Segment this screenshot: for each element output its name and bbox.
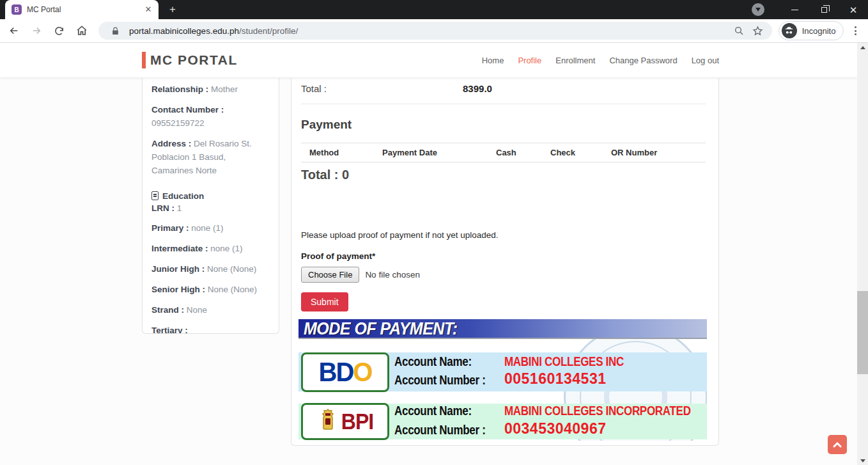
field-value: None (None) xyxy=(208,285,257,294)
field-value: 09552159722 xyxy=(151,118,205,128)
column-method: Method xyxy=(309,148,382,157)
incognito-label: Incognito xyxy=(802,26,836,36)
field-value: 1 xyxy=(177,203,182,213)
field-label: Address : xyxy=(151,139,191,148)
site-logo[interactable]: MC PORTAL xyxy=(142,52,238,68)
field-junior-high: Junior High : None (None) xyxy=(151,263,270,276)
payment-table-header: Method Payment Date Cash Check OR Number xyxy=(301,143,706,162)
nav-link-change-password[interactable]: Change Password xyxy=(609,56,677,65)
bpi-account-number: 003453040967 xyxy=(504,419,607,439)
logo-text: MC PORTAL xyxy=(150,52,238,68)
column-check: Check xyxy=(550,148,611,157)
bdo-account-number: 005160134531 xyxy=(504,369,607,389)
field-senior-high: Senior High : None (None) xyxy=(151,283,270,297)
column-cash: Cash xyxy=(496,148,550,157)
account-number-label: Account Number : xyxy=(394,422,504,439)
submit-button[interactable]: Submit xyxy=(301,292,348,311)
minimize-button[interactable] xyxy=(780,0,809,19)
field-label: Tertiary : xyxy=(151,326,188,334)
payment-main-card: Total : 8399.0 Payment Method Payment Da… xyxy=(291,78,719,446)
account-number-label: Account Number : xyxy=(394,373,504,390)
field-lrn: LRN : 1 xyxy=(151,202,270,216)
url-host: portal.mabinicolleges.edu.ph xyxy=(129,26,239,36)
field-value: none (1) xyxy=(210,244,242,253)
close-button[interactable]: ✕ xyxy=(839,0,868,19)
nav-link-home[interactable]: Home xyxy=(482,56,504,65)
bdo-account-name: MABINI COLLEGES INC xyxy=(504,354,624,370)
address-bar[interactable]: portal.mabinicolleges.edu.ph/student/pro… xyxy=(98,22,772,40)
no-file-chosen-text: No file chosen xyxy=(365,270,420,280)
field-value: None (None) xyxy=(207,264,256,274)
refresh-icon[interactable] xyxy=(50,22,68,40)
field-strand: Strand : None xyxy=(151,304,270,317)
field-relationship: Relationship : Mother xyxy=(151,83,270,97)
profile-sidebar-card: Relationship : Mother Contact Number : 0… xyxy=(142,78,279,334)
browser-tab[interactable]: B MC Portal ✕ xyxy=(5,0,159,19)
browser-menu-icon[interactable] xyxy=(848,23,863,38)
site-header: MC PORTAL Home Profile Enrollment Change… xyxy=(0,43,857,78)
bpi-account-name: MABINI COLLEGES INCORPORATED xyxy=(504,403,691,420)
field-label: LRN : xyxy=(151,203,174,213)
field-intermediate: Intermediate : none (1) xyxy=(151,242,270,256)
chevron-up-icon xyxy=(833,439,842,450)
incognito-badge: Incognito xyxy=(779,21,844,40)
logo-accent-bar xyxy=(142,52,146,68)
document-icon xyxy=(151,191,159,200)
field-label: Contact Number : xyxy=(151,105,224,114)
assessment-total-value: 8399.0 xyxy=(463,83,492,94)
bpi-logo-text: BPI xyxy=(341,409,373,435)
browser-toolbar: portal.mabinicolleges.edu.ph/student/pro… xyxy=(0,19,868,43)
scroll-to-top-button[interactable] xyxy=(828,435,847,454)
choose-file-button[interactable]: Choose File xyxy=(301,267,359,283)
bpi-account-row: BPI Account Name: MABINI COLLEGES INCORP… xyxy=(298,404,707,439)
zoom-search-icon[interactable] xyxy=(731,23,747,38)
mode-of-payment-image: MODE OF PAYMENT: BDO Account Name: MABIN… xyxy=(298,315,707,441)
banner-text: MODE OF PAYMENT: xyxy=(298,319,458,338)
education-section-header: Education xyxy=(151,191,270,201)
bdo-account-row: BDO Account Name: MABINI COLLEGES INC Ac… xyxy=(298,352,707,391)
tab-close-icon[interactable]: ✕ xyxy=(143,4,153,15)
nav-link-profile[interactable]: Profile xyxy=(518,56,541,65)
browser-update-icon[interactable] xyxy=(752,3,764,16)
forward-icon[interactable] xyxy=(28,22,46,40)
account-name-label: Account Name: xyxy=(394,354,504,370)
nav-link-logout[interactable]: Log out xyxy=(692,56,719,65)
new-tab-button[interactable]: + xyxy=(167,4,178,15)
field-label: Relationship : xyxy=(151,84,208,94)
scrollbar-down-arrow[interactable] xyxy=(857,456,868,465)
incognito-icon xyxy=(782,23,797,38)
tab-title: MC Portal xyxy=(27,5,143,14)
column-payment-date: Payment Date xyxy=(382,148,496,157)
proof-of-payment-label: Proof of payment* xyxy=(301,251,706,261)
payment-total: Total : 0 xyxy=(301,168,706,182)
file-input: Choose File No file chosen xyxy=(301,267,706,283)
field-value: None xyxy=(187,305,207,315)
site-nav: Home Profile Enrollment Change Password … xyxy=(482,43,719,78)
home-icon[interactable] xyxy=(74,22,91,40)
field-label: Senior High : xyxy=(151,285,205,294)
field-value: Mother xyxy=(211,84,238,94)
url-text[interactable]: portal.mabinicolleges.edu.ph/student/pro… xyxy=(129,26,727,36)
nav-link-enrollment[interactable]: Enrollment xyxy=(555,56,595,65)
bookmark-star-icon[interactable] xyxy=(750,23,766,38)
back-icon[interactable] xyxy=(5,22,23,40)
lock-icon xyxy=(107,23,123,38)
scrollbar-thumb[interactable] xyxy=(857,291,868,374)
field-value: none (1) xyxy=(191,223,223,233)
page-content: Relationship : Mother Contact Number : 0… xyxy=(0,78,857,465)
bpi-crest-icon xyxy=(317,407,339,436)
bdo-logo-text: BD xyxy=(319,357,353,386)
browser-window: B MC Portal ✕ + ✕ portal.mabin xyxy=(0,0,868,465)
account-name-label: Account Name: xyxy=(394,403,504,420)
field-label: Intermediate : xyxy=(151,244,208,253)
scrollbar-up-arrow[interactable] xyxy=(857,43,868,52)
mode-of-payment-banner: MODE OF PAYMENT: xyxy=(298,319,707,339)
url-path: /student/profile/ xyxy=(239,26,298,36)
page-scrollbar[interactable] xyxy=(857,43,868,465)
assessment-total-row: Total : 8399.0 xyxy=(301,78,706,94)
bpi-logo: BPI xyxy=(301,403,389,440)
column-or-number: OR Number xyxy=(611,148,706,157)
restore-button[interactable] xyxy=(809,0,839,19)
tab-favicon: B xyxy=(12,4,22,15)
browser-titlebar: B MC Portal ✕ + ✕ xyxy=(0,0,868,19)
